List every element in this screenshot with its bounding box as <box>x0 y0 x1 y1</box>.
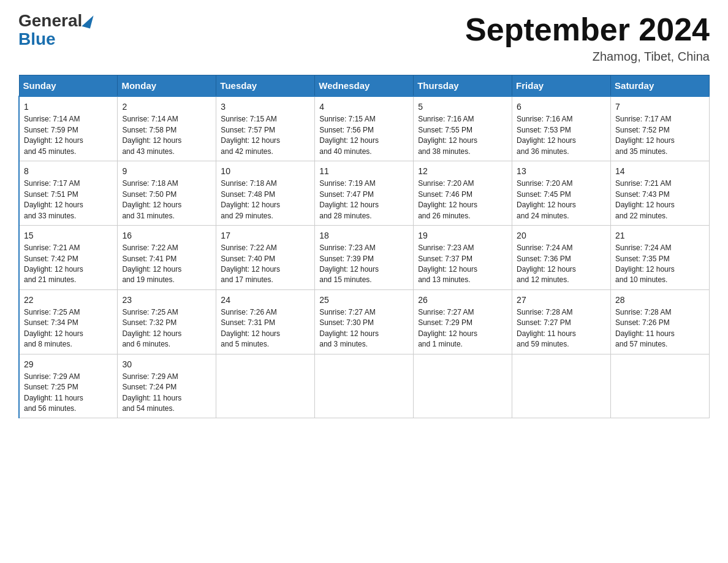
day-number: 20 <box>517 229 606 242</box>
day-info: Sunrise: 7:25 AMSunset: 7:34 PMDaylight:… <box>24 308 83 348</box>
calendar-cell: 11 Sunrise: 7:19 AMSunset: 7:47 PMDaylig… <box>315 161 414 226</box>
day-number: 11 <box>319 165 409 177</box>
logo-triangle-icon <box>82 13 94 29</box>
day-info: Sunrise: 7:18 AMSunset: 7:50 PMDaylight:… <box>122 179 181 220</box>
day-number: 16 <box>122 229 211 242</box>
calendar-cell: 2 Sunrise: 7:14 AMSunset: 7:58 PMDayligh… <box>118 96 216 161</box>
calendar-cell: 16 Sunrise: 7:22 AMSunset: 7:41 PMDaylig… <box>118 225 216 289</box>
day-number: 30 <box>122 358 211 370</box>
day-info: Sunrise: 7:27 AMSunset: 7:30 PMDaylight:… <box>319 308 379 348</box>
calendar-cell: 26 Sunrise: 7:27 AMSunset: 7:29 PMDaylig… <box>414 289 512 354</box>
day-number: 12 <box>418 165 507 177</box>
calendar-cell: 17 Sunrise: 7:22 AMSunset: 7:40 PMDaylig… <box>216 225 315 289</box>
day-number: 7 <box>615 101 705 113</box>
week-row-1: 1 Sunrise: 7:14 AMSunset: 7:59 PMDayligh… <box>19 96 710 161</box>
day-info: Sunrise: 7:14 AMSunset: 7:59 PMDaylight:… <box>24 115 83 155</box>
day-info: Sunrise: 7:26 AMSunset: 7:31 PMDaylight:… <box>221 308 280 348</box>
day-info: Sunrise: 7:21 AMSunset: 7:42 PMDaylight:… <box>24 243 83 284</box>
day-info: Sunrise: 7:22 AMSunset: 7:41 PMDaylight:… <box>122 243 181 284</box>
day-number: 18 <box>319 229 409 242</box>
day-number: 1 <box>24 101 113 113</box>
day-info: Sunrise: 7:15 AMSunset: 7:56 PMDaylight:… <box>319 115 379 155</box>
day-number: 23 <box>122 294 211 306</box>
day-info: Sunrise: 7:15 AMSunset: 7:57 PMDaylight:… <box>221 115 280 155</box>
logo: General Blue <box>18 12 93 49</box>
day-header-row: SundayMondayTuesdayWednesdayThursdayFrid… <box>19 75 710 97</box>
day-number: 22 <box>24 294 113 306</box>
calendar-cell <box>216 354 315 418</box>
day-number: 24 <box>221 294 310 306</box>
calendar-cell: 1 Sunrise: 7:14 AMSunset: 7:59 PMDayligh… <box>19 96 118 161</box>
day-info: Sunrise: 7:20 AMSunset: 7:46 PMDaylight:… <box>418 179 477 220</box>
title-section: September 2024 Zhamog, Tibet, China <box>465 12 710 64</box>
day-info: Sunrise: 7:20 AMSunset: 7:45 PMDaylight:… <box>517 179 576 220</box>
calendar-header: SundayMondayTuesdayWednesdayThursdayFrid… <box>19 75 710 97</box>
day-header-friday: Friday <box>512 75 611 97</box>
calendar-cell: 25 Sunrise: 7:27 AMSunset: 7:30 PMDaylig… <box>315 289 414 354</box>
calendar-cell: 20 Sunrise: 7:24 AMSunset: 7:36 PMDaylig… <box>512 225 611 289</box>
week-row-4: 22 Sunrise: 7:25 AMSunset: 7:34 PMDaylig… <box>19 289 710 354</box>
day-header-saturday: Saturday <box>611 75 710 97</box>
calendar-cell <box>315 354 414 418</box>
calendar-cell <box>611 354 710 418</box>
calendar-cell: 14 Sunrise: 7:21 AMSunset: 7:43 PMDaylig… <box>611 161 710 226</box>
day-number: 29 <box>24 358 113 370</box>
day-number: 8 <box>24 165 113 177</box>
calendar-cell: 8 Sunrise: 7:17 AMSunset: 7:51 PMDayligh… <box>19 161 118 226</box>
calendar-cell: 5 Sunrise: 7:16 AMSunset: 7:55 PMDayligh… <box>414 96 512 161</box>
day-info: Sunrise: 7:27 AMSunset: 7:29 PMDaylight:… <box>418 308 477 348</box>
week-row-2: 8 Sunrise: 7:17 AMSunset: 7:51 PMDayligh… <box>19 161 710 226</box>
day-header-wednesday: Wednesday <box>315 75 414 97</box>
calendar-cell: 22 Sunrise: 7:25 AMSunset: 7:34 PMDaylig… <box>19 289 118 354</box>
day-info: Sunrise: 7:23 AMSunset: 7:39 PMDaylight:… <box>319 243 379 284</box>
day-number: 13 <box>517 165 606 177</box>
week-row-5: 29 Sunrise: 7:29 AMSunset: 7:25 PMDaylig… <box>19 354 710 418</box>
calendar-cell: 28 Sunrise: 7:28 AMSunset: 7:26 PMDaylig… <box>611 289 710 354</box>
calendar-cell: 27 Sunrise: 7:28 AMSunset: 7:27 PMDaylig… <box>512 289 611 354</box>
day-number: 25 <box>319 294 409 306</box>
day-number: 2 <box>122 101 211 113</box>
day-info: Sunrise: 7:21 AMSunset: 7:43 PMDaylight:… <box>615 179 675 220</box>
calendar-cell: 19 Sunrise: 7:23 AMSunset: 7:37 PMDaylig… <box>414 225 512 289</box>
day-number: 15 <box>24 229 113 242</box>
day-info: Sunrise: 7:16 AMSunset: 7:53 PMDaylight:… <box>517 115 576 155</box>
day-info: Sunrise: 7:24 AMSunset: 7:35 PMDaylight:… <box>615 243 675 284</box>
day-info: Sunrise: 7:17 AMSunset: 7:51 PMDaylight:… <box>24 179 83 220</box>
day-number: 28 <box>615 294 705 306</box>
day-info: Sunrise: 7:22 AMSunset: 7:40 PMDaylight:… <box>221 243 280 284</box>
day-info: Sunrise: 7:18 AMSunset: 7:48 PMDaylight:… <box>221 179 280 220</box>
day-number: 9 <box>122 165 211 177</box>
day-info: Sunrise: 7:24 AMSunset: 7:36 PMDaylight:… <box>517 243 576 284</box>
location-text: Zhamog, Tibet, China <box>465 50 710 64</box>
day-number: 3 <box>221 101 310 113</box>
day-info: Sunrise: 7:29 AMSunset: 7:24 PMDaylight:… <box>122 372 181 413</box>
logo-blue-text: Blue <box>18 29 56 49</box>
day-info: Sunrise: 7:16 AMSunset: 7:55 PMDaylight:… <box>418 115 477 155</box>
page-header: General Blue September 2024 Zhamog, Tibe… <box>18 12 710 64</box>
calendar-cell: 3 Sunrise: 7:15 AMSunset: 7:57 PMDayligh… <box>216 96 315 161</box>
week-row-3: 15 Sunrise: 7:21 AMSunset: 7:42 PMDaylig… <box>19 225 710 289</box>
calendar-cell: 7 Sunrise: 7:17 AMSunset: 7:52 PMDayligh… <box>611 96 710 161</box>
calendar-cell <box>512 354 611 418</box>
calendar-cell: 30 Sunrise: 7:29 AMSunset: 7:24 PMDaylig… <box>118 354 216 418</box>
calendar-body: 1 Sunrise: 7:14 AMSunset: 7:59 PMDayligh… <box>19 96 710 418</box>
day-info: Sunrise: 7:28 AMSunset: 7:27 PMDaylight:… <box>517 308 576 348</box>
day-number: 27 <box>517 294 606 306</box>
calendar-cell: 12 Sunrise: 7:20 AMSunset: 7:46 PMDaylig… <box>414 161 512 226</box>
day-number: 19 <box>418 229 507 242</box>
day-header-monday: Monday <box>118 75 216 97</box>
day-number: 6 <box>517 101 606 113</box>
day-number: 21 <box>615 229 705 242</box>
day-number: 4 <box>319 101 409 113</box>
day-info: Sunrise: 7:23 AMSunset: 7:37 PMDaylight:… <box>418 243 477 284</box>
calendar-table: SundayMondayTuesdayWednesdayThursdayFrid… <box>18 75 710 418</box>
day-info: Sunrise: 7:14 AMSunset: 7:58 PMDaylight:… <box>122 115 181 155</box>
month-title: September 2024 <box>465 12 710 47</box>
calendar-cell: 9 Sunrise: 7:18 AMSunset: 7:50 PMDayligh… <box>118 161 216 226</box>
calendar-cell: 24 Sunrise: 7:26 AMSunset: 7:31 PMDaylig… <box>216 289 315 354</box>
day-number: 5 <box>418 101 507 113</box>
calendar-cell <box>414 354 512 418</box>
calendar-cell: 18 Sunrise: 7:23 AMSunset: 7:39 PMDaylig… <box>315 225 414 289</box>
day-header-thursday: Thursday <box>414 75 512 97</box>
day-number: 14 <box>615 165 705 177</box>
